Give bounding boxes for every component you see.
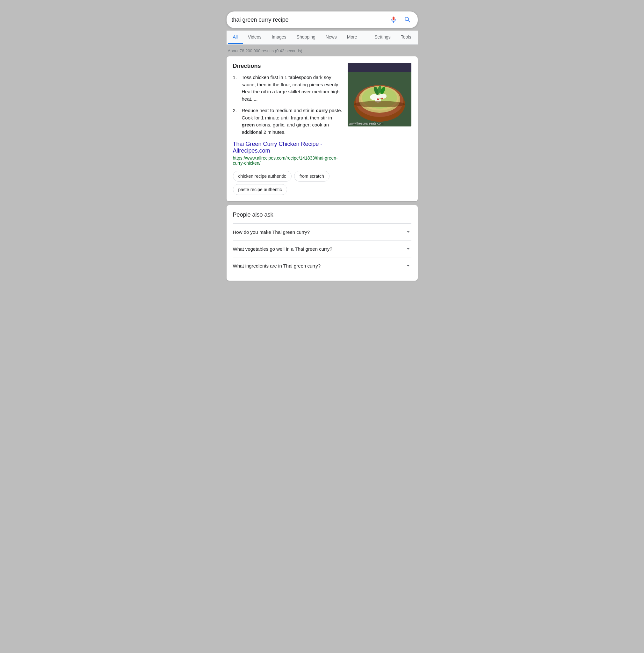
step2-part3: onions, garlic, and ginger; cook an addi… (242, 122, 329, 135)
svg-point-13 (381, 98, 383, 99)
paa-question-2: What vegetables go well in a Thai green … (233, 246, 332, 252)
mic-icon (390, 16, 397, 24)
paa-item-1[interactable]: How do you make Thai green curry? (233, 223, 411, 240)
svg-point-12 (377, 98, 379, 100)
snippet-content: Directions 1. Toss chicken first in 1 ta… (233, 63, 411, 195)
tab-videos[interactable]: Videos (243, 30, 267, 44)
related-pills: chicken recipe authentic from scratch pa… (233, 171, 342, 195)
nav-tabs: All Videos Images Shopping News More Set… (226, 30, 418, 45)
paa-question-1: How do you make Thai green curry? (233, 229, 310, 235)
snippet-image-container: www.thespruceeats.com (348, 63, 411, 195)
snippet-image: www.thespruceeats.com (348, 63, 411, 126)
search-input[interactable]: thai green curry recipe (232, 17, 385, 23)
food-illustration (348, 63, 411, 126)
results-count: About 78,200,000 results (0.42 seconds) (226, 45, 418, 56)
pill-paste[interactable]: paste recipe authentic (233, 184, 287, 195)
results-count-text: About 78,200,000 results (0.42 seconds) (228, 48, 303, 53)
tab-tools[interactable]: Tools (396, 30, 416, 44)
search-bar-container: thai green curry recipe (226, 6, 418, 30)
paa-item-3[interactable]: What ingredients are in Thai green curry… (233, 257, 411, 274)
image-credit: www.thespruceeats.com (349, 122, 410, 125)
tab-settings[interactable]: Settings (369, 30, 396, 44)
svg-point-15 (354, 101, 405, 107)
snippet-text: Directions 1. Toss chicken first in 1 ta… (233, 63, 342, 195)
step2-bold1: curry (316, 108, 328, 113)
snippet-link[interactable]: Thai Green Curry Chicken Recipe - Allrec… (233, 141, 342, 154)
tab-more[interactable]: More (342, 30, 362, 44)
pill-scratch[interactable]: from scratch (294, 171, 330, 182)
snippet-card: Directions 1. Toss chicken first in 1 ta… (226, 56, 418, 201)
directions-list: 1. Toss chicken first in 1 tablespoon da… (233, 74, 342, 136)
paa-section: People also ask How do you make Thai gre… (226, 205, 418, 281)
chevron-down-icon-3 (405, 263, 411, 269)
snippet-url: https://www.allrecipes.com/recipe/141833… (233, 155, 342, 166)
page-wrapper: thai green curry recipe All Videos Image… (226, 6, 418, 647)
tab-shopping[interactable]: Shopping (291, 30, 320, 44)
search-bar: thai green curry recipe (226, 11, 418, 28)
step2-part1: Reduce heat to medium and stir in (242, 108, 316, 113)
search-button[interactable] (403, 15, 413, 25)
pill-chicken[interactable]: chicken recipe authentic (233, 171, 291, 182)
step2-bold2: green (242, 122, 255, 127)
tab-news[interactable]: News (320, 30, 342, 44)
chevron-down-icon-2 (405, 246, 411, 252)
paa-title: People also ask (233, 212, 411, 218)
search-icon (404, 16, 411, 24)
step1-text: Toss chicken first in 1 tablespoon dark … (242, 74, 342, 102)
svg-rect-14 (348, 63, 411, 72)
tab-images[interactable]: Images (267, 30, 291, 44)
directions-title: Directions (233, 63, 342, 69)
paa-question-3: What ingredients are in Thai green curry… (233, 263, 321, 268)
paa-item-2[interactable]: What vegetables go well in a Thai green … (233, 240, 411, 257)
step-2: 2. Reduce heat to medium and stir in cur… (233, 107, 342, 136)
step2-text: Reduce heat to medium and stir in curry … (242, 107, 342, 136)
chevron-down-icon-1 (405, 229, 411, 235)
tab-all[interactable]: All (228, 30, 243, 44)
mic-button[interactable] (388, 15, 399, 25)
step-1: 1. Toss chicken first in 1 tablespoon da… (233, 74, 342, 102)
